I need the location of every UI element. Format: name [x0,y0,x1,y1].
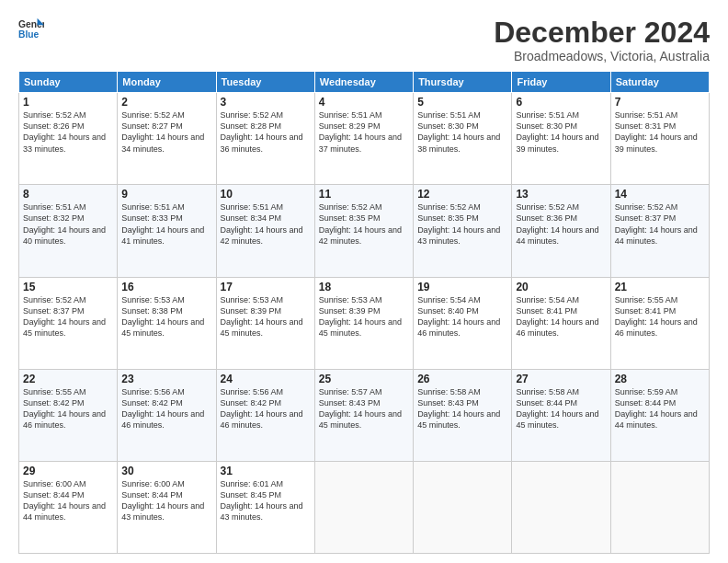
day-number: 3 [221,96,311,109]
day-info: Sunrise: 5:51 AMSunset: 8:33 PMDaylight:… [121,201,211,247]
table-row: 14Sunrise: 5:52 AMSunset: 8:37 PMDayligh… [610,185,709,277]
day-info: Sunrise: 5:55 AMSunset: 8:41 PMDaylight:… [615,294,705,339]
table-row: 23Sunrise: 5:56 AMSunset: 8:42 PMDayligh… [118,369,216,461]
table-row: 22Sunrise: 5:55 AMSunset: 8:42 PMDayligh… [19,369,118,461]
day-number: 21 [615,281,705,293]
calendar-week-row: 15Sunrise: 5:52 AMSunset: 8:37 PMDayligh… [19,277,710,369]
day-number: 4 [319,96,409,109]
table-row: 28Sunrise: 5:59 AMSunset: 8:44 PMDayligh… [610,369,709,461]
day-number: 27 [516,373,606,385]
table-row: 2Sunrise: 5:52 AMSunset: 8:27 PMDaylight… [118,93,216,185]
table-row: 10Sunrise: 5:51 AMSunset: 8:34 PMDayligh… [216,185,314,277]
day-info: Sunrise: 5:58 AMSunset: 8:43 PMDaylight:… [417,386,507,431]
day-number: 17 [221,281,311,293]
table-row: 11Sunrise: 5:52 AMSunset: 8:35 PMDayligh… [314,185,413,277]
calendar-week-row: 22Sunrise: 5:55 AMSunset: 8:42 PMDayligh… [19,369,710,461]
day-number: 15 [23,281,113,293]
header: General Blue December 2024 Broadmeadows,… [18,17,710,63]
day-info: Sunrise: 5:52 AMSunset: 8:37 PMDaylight:… [23,294,113,339]
col-friday: Friday [512,72,610,93]
table-row: 20Sunrise: 5:54 AMSunset: 8:41 PMDayligh… [512,277,610,369]
day-number: 2 [121,96,211,109]
table-row: 19Sunrise: 5:54 AMSunset: 8:40 PMDayligh… [414,277,512,369]
empty-cell [314,461,413,553]
table-row: 26Sunrise: 5:58 AMSunset: 8:43 PMDayligh… [414,369,512,461]
col-sunday: Sunday [19,72,118,93]
table-row: 8Sunrise: 5:51 AMSunset: 8:32 PMDaylight… [19,185,118,277]
day-number: 8 [23,188,113,201]
logo-icon: General Blue [18,17,44,42]
day-number: 6 [516,96,606,109]
day-number: 11 [319,188,409,201]
day-info: Sunrise: 5:53 AMSunset: 8:39 PMDaylight:… [319,294,409,339]
col-tuesday: Tuesday [216,72,314,93]
table-row: 15Sunrise: 5:52 AMSunset: 8:37 PMDayligh… [19,277,118,369]
table-row: 1Sunrise: 5:52 AMSunset: 8:26 PMDaylight… [19,93,118,185]
day-info: Sunrise: 5:59 AMSunset: 8:44 PMDaylight:… [615,386,705,431]
day-info: Sunrise: 5:58 AMSunset: 8:44 PMDaylight:… [516,386,606,431]
table-row: 12Sunrise: 5:52 AMSunset: 8:35 PMDayligh… [414,185,512,277]
day-number: 22 [23,373,113,385]
empty-cell [414,461,512,553]
svg-text:Blue: Blue [18,29,40,40]
main-title: December 2024 [494,17,710,49]
calendar-week-row: 29Sunrise: 6:00 AMSunset: 8:44 PMDayligh… [19,461,710,553]
calendar-week-row: 8Sunrise: 5:51 AMSunset: 8:32 PMDaylight… [19,185,710,277]
calendar-week-row: 1Sunrise: 5:52 AMSunset: 8:26 PMDaylight… [19,93,710,185]
day-number: 14 [615,188,705,201]
day-info: Sunrise: 5:51 AMSunset: 8:29 PMDaylight:… [319,109,409,155]
table-row: 30Sunrise: 6:00 AMSunset: 8:44 PMDayligh… [118,461,216,553]
col-saturday: Saturday [610,72,709,93]
day-info: Sunrise: 5:55 AMSunset: 8:42 PMDaylight:… [23,386,113,431]
table-row: 17Sunrise: 5:53 AMSunset: 8:39 PMDayligh… [216,277,314,369]
day-info: Sunrise: 5:56 AMSunset: 8:42 PMDaylight:… [121,386,211,431]
table-row: 7Sunrise: 5:51 AMSunset: 8:31 PMDaylight… [610,93,709,185]
logo: General Blue [18,17,44,42]
day-number: 9 [121,188,211,201]
day-number: 16 [121,281,211,293]
day-info: Sunrise: 5:52 AMSunset: 8:35 PMDaylight:… [319,201,409,247]
day-info: Sunrise: 5:54 AMSunset: 8:40 PMDaylight:… [417,294,507,339]
day-number: 30 [121,465,211,477]
day-info: Sunrise: 5:53 AMSunset: 8:38 PMDaylight:… [121,294,211,339]
subtitle: Broadmeadows, Victoria, Australia [494,49,710,63]
day-info: Sunrise: 5:54 AMSunset: 8:41 PMDaylight:… [516,294,606,339]
empty-cell [610,461,709,553]
table-row: 13Sunrise: 5:52 AMSunset: 8:36 PMDayligh… [512,185,610,277]
col-wednesday: Wednesday [314,72,413,93]
calendar-header-row: Sunday Monday Tuesday Wednesday Thursday… [19,72,710,93]
table-row: 29Sunrise: 6:00 AMSunset: 8:44 PMDayligh… [19,461,118,553]
day-number: 26 [417,373,507,385]
day-number: 13 [516,188,606,201]
table-row: 4Sunrise: 5:51 AMSunset: 8:29 PMDaylight… [314,93,413,185]
day-info: Sunrise: 5:51 AMSunset: 8:34 PMDaylight:… [221,201,311,247]
day-number: 23 [121,373,211,385]
day-info: Sunrise: 5:51 AMSunset: 8:30 PMDaylight:… [417,109,507,155]
day-number: 29 [23,465,113,477]
table-row: 24Sunrise: 5:56 AMSunset: 8:42 PMDayligh… [216,369,314,461]
day-info: Sunrise: 5:53 AMSunset: 8:39 PMDaylight:… [221,294,311,339]
table-row: 18Sunrise: 5:53 AMSunset: 8:39 PMDayligh… [314,277,413,369]
day-info: Sunrise: 5:56 AMSunset: 8:42 PMDaylight:… [221,386,311,431]
calendar-table: Sunday Monday Tuesday Wednesday Thursday… [18,71,710,554]
day-number: 24 [221,373,311,385]
day-number: 25 [319,373,409,385]
table-row: 5Sunrise: 5:51 AMSunset: 8:30 PMDaylight… [414,93,512,185]
empty-cell [512,461,610,553]
day-info: Sunrise: 5:52 AMSunset: 8:36 PMDaylight:… [516,201,606,247]
day-info: Sunrise: 6:01 AMSunset: 8:45 PMDaylight:… [221,478,311,523]
day-info: Sunrise: 5:52 AMSunset: 8:28 PMDaylight:… [221,109,311,155]
day-number: 1 [23,96,113,109]
day-number: 12 [417,188,507,201]
day-number: 5 [417,96,507,109]
day-number: 10 [221,188,311,201]
day-number: 19 [417,281,507,293]
day-info: Sunrise: 6:00 AMSunset: 8:44 PMDaylight:… [121,478,211,523]
table-row: 31Sunrise: 6:01 AMSunset: 8:45 PMDayligh… [216,461,314,553]
title-block: December 2024 Broadmeadows, Victoria, Au… [494,17,710,63]
day-info: Sunrise: 5:52 AMSunset: 8:27 PMDaylight:… [121,109,211,155]
table-row: 21Sunrise: 5:55 AMSunset: 8:41 PMDayligh… [610,277,709,369]
day-number: 28 [615,373,705,385]
day-info: Sunrise: 5:52 AMSunset: 8:26 PMDaylight:… [23,109,113,155]
table-row: 6Sunrise: 5:51 AMSunset: 8:30 PMDaylight… [512,93,610,185]
